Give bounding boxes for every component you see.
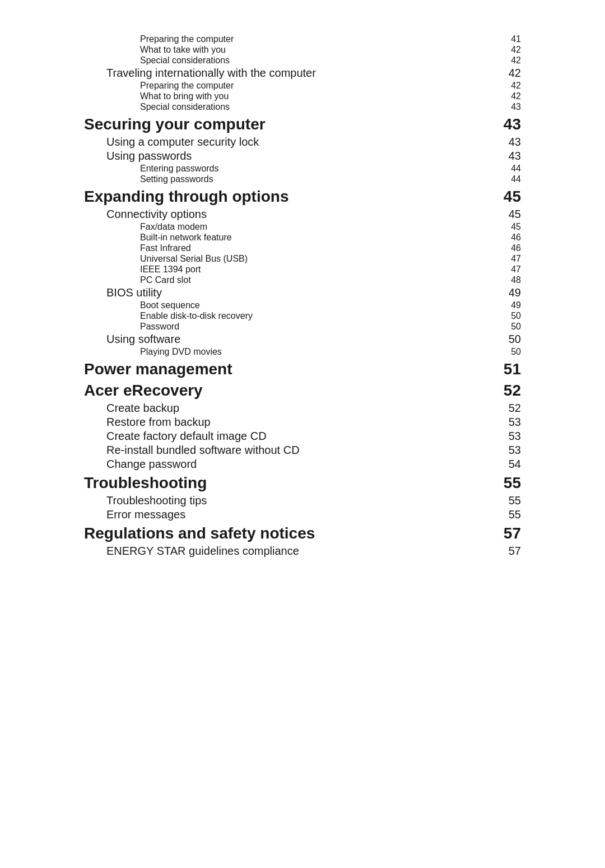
toc-entry: BIOS utility49 xyxy=(84,286,521,299)
toc-entry: Change password54 xyxy=(84,458,521,471)
toc-entry: Connectivity options45 xyxy=(84,208,521,221)
toc-entry-page: 57 xyxy=(504,524,521,542)
toc-entry-title: What to bring with you xyxy=(84,91,229,101)
toc-entry: Troubleshooting55 xyxy=(84,474,521,492)
toc-entry: Error messages55 xyxy=(84,508,521,521)
toc-entry: Restore from backup53 xyxy=(84,416,521,429)
toc-entry-page: 46 xyxy=(504,243,521,253)
toc-entry: Special considerations43 xyxy=(84,102,521,112)
toc-entry-page: 54 xyxy=(504,458,521,471)
toc-entry-title: Error messages xyxy=(84,508,185,521)
toc-entry-title: Using software xyxy=(84,333,180,346)
toc-entry: Preparing the computer41 xyxy=(84,34,521,44)
toc-entry-page: 53 xyxy=(504,416,521,429)
toc-entry-title: Password xyxy=(84,322,179,332)
toc-entry-title: Entering passwords xyxy=(84,164,219,174)
toc-entry: Using passwords43 xyxy=(84,150,521,163)
toc-entry-page: 53 xyxy=(504,430,521,443)
toc-entry: What to take with you42 xyxy=(84,45,521,55)
toc-entry-page: 46 xyxy=(504,233,521,243)
toc-entry-title: Re-install bundled software without CD xyxy=(84,444,300,457)
toc-entry-title: Power management xyxy=(84,360,232,378)
toc-entry-page: 55 xyxy=(504,508,521,521)
toc-entry-title: Using passwords xyxy=(84,150,192,163)
toc-entry: Enable disk-to-disk recovery50 xyxy=(84,311,521,321)
toc-entry-title: Special considerations xyxy=(84,55,230,66)
toc-entry: Traveling internationally with the compu… xyxy=(84,67,521,80)
toc-entry: Create factory default image CD53 xyxy=(84,430,521,443)
toc-entry-title: Troubleshooting xyxy=(84,474,207,492)
toc-entry: Power management51 xyxy=(84,360,521,378)
toc-entry: Expanding through options45 xyxy=(84,188,521,206)
toc-entry: Securing your computer43 xyxy=(84,115,521,133)
toc-entry-page: 43 xyxy=(504,115,521,133)
toc-entry-page: 44 xyxy=(504,174,521,184)
toc-entry: Preparing the computer42 xyxy=(84,81,521,91)
toc-entry-title: Create backup xyxy=(84,402,179,415)
toc-entry-title: Built-in network feature xyxy=(84,233,232,243)
toc-entry: Using software50 xyxy=(84,333,521,346)
toc-entry-title: Enable disk-to-disk recovery xyxy=(84,311,253,321)
toc-entry-title: Create factory default image CD xyxy=(84,430,267,443)
toc-entry-page: 42 xyxy=(504,91,521,101)
toc-entry: Special considerations42 xyxy=(84,55,521,66)
toc-entry-page: 50 xyxy=(504,311,521,321)
toc-entry-page: 42 xyxy=(504,55,521,66)
toc-entry-title: Preparing the computer xyxy=(84,81,234,91)
toc-entry: Troubleshooting tips55 xyxy=(84,494,521,507)
toc-entry-page: 55 xyxy=(504,474,521,492)
toc-entry-title: Boot sequence xyxy=(84,300,200,310)
toc-entry-title: Playing DVD movies xyxy=(84,347,222,357)
toc-entry-page: 45 xyxy=(504,208,521,221)
toc-entry-title: Universal Serial Bus (USB) xyxy=(84,254,248,264)
toc-entry-title: IEEE 1394 port xyxy=(84,264,201,275)
toc-entry-title: Regulations and safety notices xyxy=(84,524,315,542)
toc-entry: Setting passwords44 xyxy=(84,174,521,184)
toc-entry-title: Expanding through options xyxy=(84,188,289,206)
toc-entry-page: 50 xyxy=(504,322,521,332)
table-of-contents: Preparing the computer41What to take wit… xyxy=(84,34,521,559)
toc-entry-title: Restore from backup xyxy=(84,416,211,429)
toc-entry: Playing DVD movies50 xyxy=(84,347,521,357)
toc-entry-title: Preparing the computer xyxy=(84,34,234,44)
toc-entry-page: 49 xyxy=(504,286,521,299)
toc-entry-title: Using a computer security lock xyxy=(84,136,259,148)
toc-entry-title: Fax/data modem xyxy=(84,222,207,232)
toc-entry-title: PC Card slot xyxy=(84,275,191,285)
toc-entry-page: 43 xyxy=(504,102,521,112)
toc-entry-title: Fast Infrared xyxy=(84,243,191,253)
toc-entry-title: Special considerations xyxy=(84,102,230,112)
toc-entry-page: 41 xyxy=(504,34,521,44)
toc-entry: PC Card slot48 xyxy=(84,275,521,285)
toc-entry-page: 47 xyxy=(504,264,521,275)
toc-entry-page: 45 xyxy=(504,222,521,232)
toc-entry: Built-in network feature46 xyxy=(84,233,521,243)
toc-entry: What to bring with you42 xyxy=(84,91,521,101)
toc-entry-page: 49 xyxy=(504,300,521,310)
toc-entry-page: 52 xyxy=(504,382,521,400)
toc-entry: Entering passwords44 xyxy=(84,164,521,174)
toc-entry-title: ENERGY STAR guidelines compliance xyxy=(84,545,299,558)
toc-entry-page: 43 xyxy=(504,136,521,148)
toc-entry-page: 48 xyxy=(504,275,521,285)
toc-entry-title: Setting passwords xyxy=(84,174,213,184)
toc-entry-title: Connectivity options xyxy=(84,208,207,221)
toc-entry: Acer eRecovery52 xyxy=(84,382,521,400)
toc-entry-page: 55 xyxy=(504,494,521,507)
toc-entry-page: 45 xyxy=(504,188,521,206)
toc-entry-title: Securing your computer xyxy=(84,115,266,133)
toc-entry-title: Change password xyxy=(84,458,197,471)
toc-entry-page: 50 xyxy=(504,333,521,346)
toc-entry-title: What to take with you xyxy=(84,45,226,55)
toc-entry: Using a computer security lock43 xyxy=(84,136,521,148)
toc-entry-page: 42 xyxy=(504,45,521,55)
toc-entry-title: Troubleshooting tips xyxy=(84,494,207,507)
toc-entry: Universal Serial Bus (USB)47 xyxy=(84,254,521,264)
toc-entry: IEEE 1394 port47 xyxy=(84,264,521,275)
toc-entry: Boot sequence49 xyxy=(84,300,521,310)
toc-entry-title: Traveling internationally with the compu… xyxy=(84,67,316,80)
toc-entry: Fast Infrared46 xyxy=(84,243,521,253)
toc-entry: Re-install bundled software without CD53 xyxy=(84,444,521,457)
toc-entry-page: 57 xyxy=(504,545,521,558)
toc-entry-page: 42 xyxy=(504,67,521,80)
